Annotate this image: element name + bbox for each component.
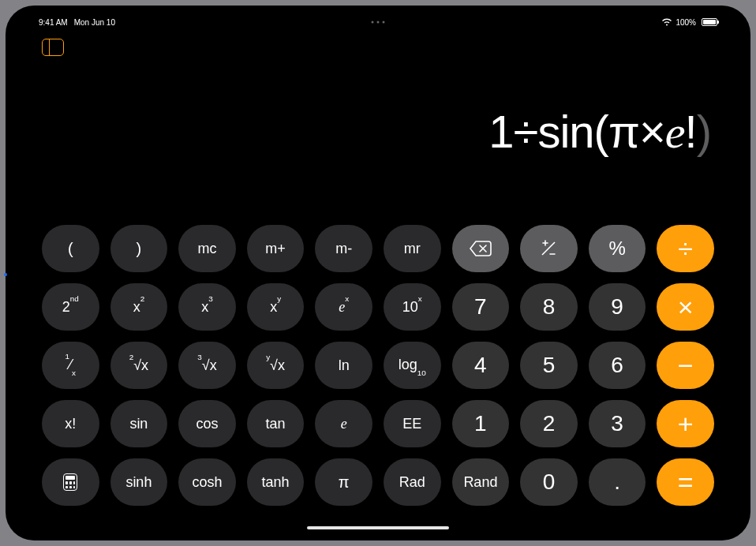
calculator-display: 1÷sin(π×e!)	[45, 105, 711, 159]
equals-button[interactable]: =	[657, 458, 714, 506]
digit-3-button[interactable]: 3	[589, 400, 646, 447]
backspace-button[interactable]	[452, 225, 510, 272]
digit-7-button[interactable]: 7	[452, 283, 510, 331]
rad-button[interactable]: Rad	[384, 458, 441, 506]
m-minus-button[interactable]: m-	[315, 225, 372, 272]
x-squared-button[interactable]: x2	[110, 283, 168, 331]
cos-button[interactable]: cos	[178, 400, 236, 447]
decimal-button[interactable]: .	[589, 458, 646, 506]
percent-button[interactable]: %	[589, 225, 646, 272]
digit-5-button[interactable]: 5	[520, 342, 578, 389]
reciprocal-button[interactable]: 1⁄x	[42, 342, 99, 389]
e-constant-button[interactable]: e	[315, 400, 372, 447]
ten-power-x-button[interactable]: 10x	[384, 283, 441, 331]
display-expression: 1÷sin(π×e!)	[488, 106, 711, 157]
sidebar-toggle-button[interactable]	[42, 39, 64, 56]
e-power-x-button[interactable]: ex	[315, 283, 372, 331]
x-cubed-button[interactable]: x3	[178, 283, 236, 331]
status-date: Mon Jun 10	[74, 18, 115, 27]
mc-button[interactable]: mc	[178, 225, 236, 272]
log10-button[interactable]: log10	[384, 342, 441, 389]
plus-minus-icon	[539, 239, 558, 258]
ln-button[interactable]: ln	[315, 342, 372, 389]
digit-4-button[interactable]: 4	[452, 342, 510, 389]
tanh-button[interactable]: tanh	[247, 458, 305, 506]
sinh-button[interactable]: sinh	[110, 458, 168, 506]
cube-root-button[interactable]: 3√x	[178, 342, 236, 389]
tan-button[interactable]: tan	[247, 400, 305, 447]
right-paren-button[interactable]: )	[110, 225, 168, 272]
camera-indicator	[4, 273, 7, 276]
digit-0-button[interactable]: 0	[520, 458, 578, 506]
keypad: ( ) mc m+ m- mr % ÷ 2nd x2 x3 xy ex 10x …	[42, 225, 714, 506]
digit-6-button[interactable]: 6	[589, 342, 646, 389]
calculator-mode-button[interactable]	[42, 458, 99, 506]
divide-button[interactable]: ÷	[657, 225, 714, 272]
m-plus-button[interactable]: m+	[247, 225, 305, 272]
digit-8-button[interactable]: 8	[520, 283, 578, 331]
second-button[interactable]: 2nd	[42, 283, 99, 331]
y-root-button[interactable]: y√x	[247, 342, 305, 389]
status-time: 9:41 AM	[39, 18, 68, 27]
battery-icon	[699, 18, 717, 26]
ee-button[interactable]: EE	[384, 400, 441, 447]
plus-button[interactable]: +	[657, 400, 714, 447]
rand-button[interactable]: Rand	[452, 458, 510, 506]
square-root-button[interactable]: 2√x	[110, 342, 168, 389]
factorial-button[interactable]: x!	[42, 400, 99, 447]
left-paren-button[interactable]: (	[42, 225, 99, 272]
digit-2-button[interactable]: 2	[520, 400, 578, 447]
x-power-y-button[interactable]: xy	[247, 283, 305, 331]
status-battery-pct: 100%	[676, 18, 696, 27]
backspace-icon	[469, 240, 492, 257]
plus-minus-button[interactable]	[520, 225, 578, 272]
home-indicator[interactable]	[307, 526, 449, 529]
multitask-dots-icon[interactable]	[372, 21, 385, 24]
mr-button[interactable]: mr	[384, 225, 441, 272]
multiply-button[interactable]: ×	[657, 283, 714, 331]
cosh-button[interactable]: cosh	[178, 458, 236, 506]
calculator-icon	[63, 473, 77, 491]
wifi-icon	[661, 18, 672, 26]
minus-button[interactable]: −	[657, 342, 714, 389]
digit-9-button[interactable]: 9	[589, 283, 646, 331]
status-bar: 9:41 AM Mon Jun 10 100%	[10, 15, 746, 29]
pi-button[interactable]: π	[315, 458, 372, 506]
digit-1-button[interactable]: 1	[452, 400, 510, 447]
sin-button[interactable]: sin	[110, 400, 168, 447]
